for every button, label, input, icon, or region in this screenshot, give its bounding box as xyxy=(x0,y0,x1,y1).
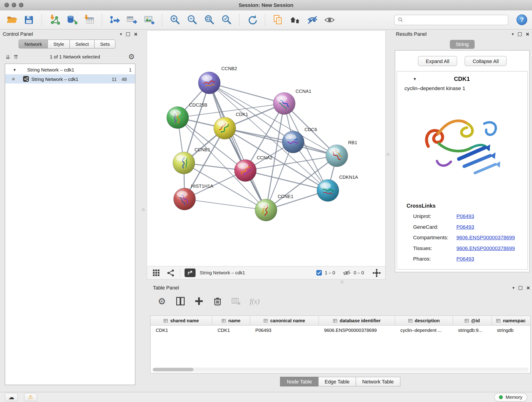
network-node-CCNE1[interactable] xyxy=(255,199,277,221)
network-edge[interactable] xyxy=(209,83,266,210)
warnings-button[interactable]: ⚠ xyxy=(24,393,37,401)
column-header-shared-name[interactable]: shared name xyxy=(151,316,212,325)
network-graph[interactable]: CCNB2CCNA1CDC25BCDK1CDC6RB1CCNB1CCNA2CDK… xyxy=(147,31,386,267)
scrollbar-thumb[interactable] xyxy=(153,368,194,371)
tab-select[interactable]: Select xyxy=(70,40,95,49)
column-header-canonical-name[interactable]: canonical name xyxy=(250,316,319,325)
network-options-gear-icon[interactable]: ⚙ xyxy=(128,53,135,61)
network-collection-row[interactable]: ▼ String Network – cdk1 1 xyxy=(5,65,135,75)
selected-checkbox-icon[interactable] xyxy=(316,270,322,276)
memory-button[interactable]: Memory xyxy=(494,393,527,402)
column-header-name[interactable]: name xyxy=(212,316,250,325)
crosslink-uniprot-link[interactable]: P06493 xyxy=(456,213,474,219)
results-tab-string[interactable]: String xyxy=(450,40,475,49)
network-view-canvas[interactable]: CCNB2CCNA1CDC25BCDK1CDC6RB1CCNB1CCNA2CDK… xyxy=(147,30,386,267)
network-node-CCNB1[interactable] xyxy=(173,152,195,174)
network-node-CDC25B[interactable] xyxy=(167,107,189,128)
zoom-selected-icon[interactable] xyxy=(220,13,234,27)
horizontal-scrollbar[interactable] xyxy=(152,368,529,372)
collapse-all-networks-icon[interactable]: ⇊ xyxy=(6,53,10,60)
network-node-CDKN1A[interactable] xyxy=(317,179,339,201)
panel-menu-icon[interactable]: ▾ xyxy=(513,286,515,290)
share-network-icon[interactable] xyxy=(166,268,176,278)
zoom-window-button[interactable] xyxy=(19,3,24,7)
expand-all-networks-icon[interactable]: ⇈ xyxy=(13,53,18,60)
table-row[interactable]: CDK1 CDK1 P06493 9606.ENSP00000378699 cy… xyxy=(151,326,530,335)
crosslink-compartments-link[interactable]: 9606.ENSP00000378699 xyxy=(456,235,515,240)
save-session-icon[interactable] xyxy=(22,13,36,27)
toolbar-separator xyxy=(102,13,102,26)
collection-disclosure-icon[interactable]: ▼ xyxy=(13,68,17,72)
tab-network-table[interactable]: Network Table xyxy=(355,377,400,386)
network-node-RB1[interactable] xyxy=(326,145,348,167)
zoom-in-icon[interactable] xyxy=(168,13,182,27)
delete-trash-icon[interactable] xyxy=(210,294,225,309)
column-header-id[interactable]: @id xyxy=(453,316,492,325)
create-network-from-table-icon[interactable] xyxy=(125,13,139,27)
tab-sets[interactable]: Sets xyxy=(94,40,116,49)
control-panel: Control Panel ▾ × Network Style Select S… xyxy=(3,30,138,386)
network-node-HIST1H1A[interactable] xyxy=(174,188,196,210)
close-panel-icon[interactable]: × xyxy=(134,31,138,37)
clone-network-icon[interactable] xyxy=(108,13,122,27)
column-header-description[interactable]: description xyxy=(395,316,453,325)
open-session-icon[interactable] xyxy=(5,13,19,27)
float-panel-icon[interactable] xyxy=(518,32,522,36)
splitter-handle[interactable] xyxy=(142,208,145,211)
toolbar-search-field[interactable] xyxy=(394,15,508,25)
network-node-CCNB2[interactable] xyxy=(198,72,220,94)
refresh-icon[interactable] xyxy=(245,13,259,27)
memory-label: Memory xyxy=(506,395,522,400)
zoom-out-icon[interactable] xyxy=(185,13,199,27)
float-panel-icon[interactable] xyxy=(519,286,523,290)
panel-menu-icon[interactable]: ▾ xyxy=(512,32,514,36)
birds-eye-view-icon[interactable] xyxy=(151,268,162,278)
close-window-button[interactable] xyxy=(5,3,9,7)
entry-disclosure-icon[interactable]: ▼ xyxy=(413,77,417,81)
collapse-all-button[interactable]: Collapse All xyxy=(465,56,507,66)
help-button[interactable]: ? xyxy=(517,14,527,25)
network-node-CCNA1[interactable] xyxy=(273,93,295,115)
close-panel-icon[interactable]: × xyxy=(526,31,529,37)
network-node-CDK1[interactable] xyxy=(214,117,236,139)
search-input[interactable] xyxy=(406,17,505,22)
network-edge[interactable] xyxy=(225,128,337,156)
show-all-eye-icon[interactable] xyxy=(323,13,336,27)
import-table-from-file-icon[interactable] xyxy=(82,13,96,27)
pan-crosshair-icon[interactable] xyxy=(372,268,381,277)
toolbar-separator xyxy=(180,268,181,277)
crosslink-tissues-link[interactable]: 9606.ENSP00000378699 xyxy=(456,245,515,251)
network-row-selected[interactable]: String Network – cdk1 11 48 xyxy=(5,74,135,84)
column-header-namespace[interactable]: namespac xyxy=(492,316,530,325)
expand-all-button[interactable]: Expand All xyxy=(418,56,457,66)
show-columns-icon[interactable] xyxy=(173,294,188,309)
splitter-handle[interactable] xyxy=(387,153,389,156)
tab-edge-table[interactable]: Edge Table xyxy=(318,377,356,386)
hide-selected-icon[interactable] xyxy=(306,13,319,27)
close-panel-icon[interactable]: × xyxy=(526,285,530,291)
table-settings-gear-icon[interactable]: ⚙ xyxy=(154,294,170,309)
export-image-icon[interactable] xyxy=(142,13,156,27)
tab-style[interactable]: Style xyxy=(48,40,70,49)
home-view-icon[interactable] xyxy=(288,13,302,27)
import-network-from-database-icon[interactable] xyxy=(65,13,79,27)
network-edge[interactable] xyxy=(185,199,266,210)
tab-network[interactable]: Network xyxy=(19,40,48,49)
import-network-from-file-icon[interactable] xyxy=(48,13,62,27)
add-column-plus-icon[interactable] xyxy=(191,294,207,309)
open-in-browser-icon[interactable] xyxy=(185,269,196,277)
network-node-CDC6[interactable] xyxy=(282,131,304,153)
float-panel-icon[interactable] xyxy=(126,32,130,36)
crosslink-pharos-link[interactable]: P06493 xyxy=(456,256,474,262)
panel-menu-icon[interactable]: ▾ xyxy=(120,32,122,36)
zoom-fit-icon[interactable] xyxy=(203,13,216,27)
copy-document-icon[interactable] xyxy=(271,13,285,27)
column-header-database-identifier[interactable]: database identifier xyxy=(319,316,395,325)
cloud-status-button[interactable]: ☁ xyxy=(5,393,18,401)
splitter-handle[interactable] xyxy=(341,281,343,283)
minimize-window-button[interactable] xyxy=(12,3,16,7)
hidden-eye-slash-icon[interactable] xyxy=(342,270,351,276)
network-node-CCNA2[interactable] xyxy=(234,160,256,182)
crosslink-genecard-link[interactable]: P06493 xyxy=(456,224,474,230)
tab-node-table[interactable]: Node Table xyxy=(280,377,318,386)
